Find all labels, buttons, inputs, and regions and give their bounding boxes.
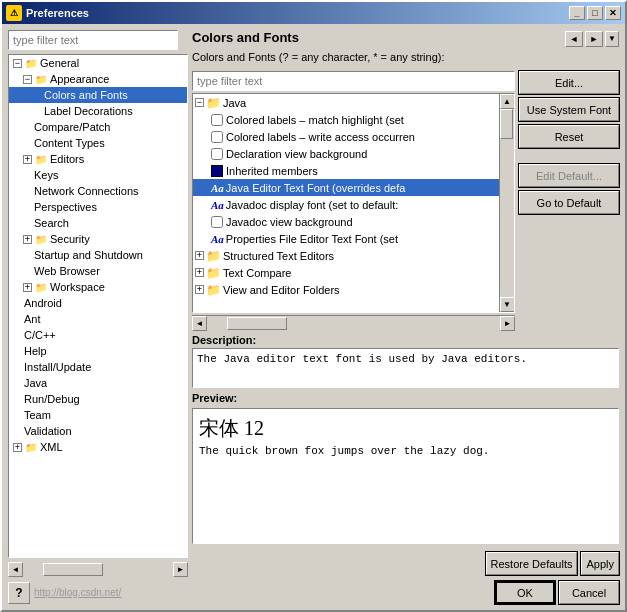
left-hscrollbar: ◄ ► bbox=[8, 562, 188, 575]
colors-item-declaration[interactable]: Declaration view background bbox=[193, 145, 499, 162]
sidebar-item-perspectives[interactable]: Perspectives bbox=[9, 199, 187, 215]
sidebar-item-search[interactable]: Search bbox=[9, 215, 187, 231]
expand-editors-icon[interactable]: + bbox=[23, 155, 32, 164]
bottom-toolbar: Restore Defaults Apply bbox=[192, 548, 619, 575]
maximize-button[interactable]: □ bbox=[587, 6, 603, 20]
colors-item-colored-write[interactable]: Colored labels – write access occurren bbox=[193, 128, 499, 145]
nav-dropdown-button[interactable]: ▼ bbox=[605, 31, 619, 47]
colored-match-checkbox[interactable] bbox=[211, 114, 223, 126]
sidebar-item-android[interactable]: Android bbox=[9, 295, 187, 311]
text-compare-folder-icon: 📁 bbox=[206, 266, 221, 280]
sidebar-item-web-browser[interactable]: Web Browser bbox=[9, 263, 187, 279]
nav-forward-button[interactable]: ► bbox=[585, 31, 603, 47]
expand-java-icon[interactable]: − bbox=[195, 98, 204, 107]
declaration-checkbox[interactable] bbox=[211, 148, 223, 160]
sidebar-item-general[interactable]: − 📁 General bbox=[9, 55, 187, 71]
cancel-button[interactable]: Cancel bbox=[559, 581, 619, 604]
folder-icon: 📁 bbox=[34, 72, 48, 86]
right-header: Colors and Fonts ◄ ► ▼ bbox=[192, 30, 619, 47]
expand-view-editor-icon[interactable]: + bbox=[195, 285, 204, 294]
colors-item-structured-text[interactable]: + 📁 Structured Text Editors bbox=[193, 247, 499, 264]
hscroll-thumb[interactable] bbox=[43, 563, 103, 576]
colors-item-colored-match[interactable]: Colored labels – match highlight (set bbox=[193, 111, 499, 128]
colors-item-text-compare[interactable]: + 📁 Text Compare bbox=[193, 264, 499, 281]
sidebar-item-run-debug[interactable]: Run/Debug bbox=[9, 391, 187, 407]
apply-button[interactable]: Apply bbox=[581, 552, 619, 575]
bottom-action-buttons: OK Cancel bbox=[495, 581, 619, 604]
restore-defaults-button[interactable]: Restore Defaults bbox=[486, 552, 578, 575]
sidebar-item-colors-fonts[interactable]: Colors and Fonts bbox=[9, 87, 187, 103]
expand-security-icon[interactable]: + bbox=[23, 235, 32, 244]
expand-xml-icon[interactable]: + bbox=[13, 443, 22, 452]
scroll-track bbox=[500, 109, 514, 297]
sidebar-item-startup-shutdown[interactable]: Startup and Shutdown bbox=[9, 247, 187, 263]
sidebar-item-security[interactable]: + 📁 Security bbox=[9, 231, 187, 247]
description-box: The Java editor text font is used by Jav… bbox=[192, 348, 619, 388]
sidebar-item-label: Startup and Shutdown bbox=[34, 249, 143, 261]
expand-structured-icon[interactable]: + bbox=[195, 251, 204, 260]
sidebar-item-label-decorations[interactable]: Label Decorations bbox=[9, 103, 187, 119]
colors-item-javadoc-display[interactable]: Aa Javadoc display font (set to default: bbox=[193, 196, 499, 213]
sidebar-item-appearance[interactable]: − 📁 Appearance bbox=[9, 71, 187, 87]
sidebar-item-label: Run/Debug bbox=[24, 393, 80, 405]
colors-tree-inner: − 📁 Java Colored labels – match highligh… bbox=[193, 94, 499, 312]
hscroll-right-btn[interactable]: ► bbox=[173, 562, 188, 577]
help-button[interactable]: ? bbox=[8, 582, 30, 604]
colors-filter-input[interactable] bbox=[192, 71, 515, 91]
right-action-buttons: Edit... Use System Font Reset Edit Defau… bbox=[519, 71, 619, 330]
expand-general-icon[interactable]: − bbox=[13, 59, 22, 68]
left-filter-input[interactable] bbox=[8, 30, 178, 50]
javadoc-view-checkbox[interactable] bbox=[211, 216, 223, 228]
go-to-default-button[interactable]: Go to Default bbox=[519, 191, 619, 214]
sidebar-item-editors[interactable]: + 📁 Editors bbox=[9, 151, 187, 167]
sidebar-item-keys[interactable]: Keys bbox=[9, 167, 187, 183]
colors-hscroll-track bbox=[207, 316, 500, 331]
sidebar-item-java[interactable]: Java bbox=[9, 375, 187, 391]
colors-hscroll-right-btn[interactable]: ► bbox=[500, 316, 515, 331]
sidebar-item-compare-patch[interactable]: Compare/Patch bbox=[9, 119, 187, 135]
sidebar-item-content-types[interactable]: Content Types bbox=[9, 135, 187, 151]
ok-button[interactable]: OK bbox=[495, 581, 555, 604]
sidebar-item-label: C/C++ bbox=[24, 329, 56, 341]
description-text: The Java editor text font is used by Jav… bbox=[197, 353, 527, 365]
expand-workspace-icon[interactable]: + bbox=[23, 283, 32, 292]
expand-appearance-icon[interactable]: − bbox=[23, 75, 32, 84]
colors-item-properties-file[interactable]: Aa Properties File Editor Text Font (set bbox=[193, 230, 499, 247]
sidebar-item-label: Search bbox=[34, 217, 69, 229]
colors-item-java[interactable]: − 📁 Java bbox=[193, 94, 499, 111]
minimize-button[interactable]: _ bbox=[569, 6, 585, 20]
nav-back-button[interactable]: ◄ bbox=[565, 31, 583, 47]
sidebar-item-workspace[interactable]: + 📁 Workspace bbox=[9, 279, 187, 295]
colors-item-javadoc-view[interactable]: Javadoc view background bbox=[193, 213, 499, 230]
sidebar-item-ant[interactable]: Ant bbox=[9, 311, 187, 327]
sidebar-item-label: Install/Update bbox=[24, 361, 91, 373]
colors-hscroll-thumb[interactable] bbox=[227, 317, 287, 330]
watermark-text: http://blog.csdn.net/ bbox=[34, 587, 121, 598]
scroll-down-btn[interactable]: ▼ bbox=[500, 297, 515, 312]
colors-hscroll-left-btn[interactable]: ◄ bbox=[192, 316, 207, 331]
edit-button[interactable]: Edit... bbox=[519, 71, 619, 94]
colored-write-checkbox[interactable] bbox=[211, 131, 223, 143]
expand-text-compare-icon[interactable]: + bbox=[195, 268, 204, 277]
reset-button[interactable]: Reset bbox=[519, 125, 619, 148]
sidebar-item-label: Keys bbox=[34, 169, 58, 181]
use-system-font-button[interactable]: Use System Font bbox=[519, 98, 619, 121]
scroll-thumb[interactable] bbox=[500, 109, 513, 139]
sidebar-item-cpp[interactable]: C/C++ bbox=[9, 327, 187, 343]
hscroll-left-btn[interactable]: ◄ bbox=[8, 562, 23, 577]
sidebar-item-help[interactable]: Help bbox=[9, 343, 187, 359]
sidebar-item-install-update[interactable]: Install/Update bbox=[9, 359, 187, 375]
sidebar-item-label: Ant bbox=[24, 313, 41, 325]
sidebar-item-validation[interactable]: Validation bbox=[9, 423, 187, 439]
sidebar-item-network-connections[interactable]: Network Connections bbox=[9, 183, 187, 199]
sidebar-item-xml[interactable]: + 📁 XML bbox=[9, 439, 187, 455]
sidebar-item-label: Appearance bbox=[50, 73, 109, 85]
colors-item-inherited[interactable]: Inherited members bbox=[193, 162, 499, 179]
colors-item-java-editor-font[interactable]: Aa Java Editor Text Font (overrides defa bbox=[193, 179, 499, 196]
edit-default-button[interactable]: Edit Default... bbox=[519, 164, 619, 187]
close-button[interactable]: ✕ bbox=[605, 6, 621, 20]
scroll-up-btn[interactable]: ▲ bbox=[500, 94, 515, 109]
colors-item-view-editor[interactable]: + 📁 View and Editor Folders bbox=[193, 281, 499, 298]
sidebar-item-team[interactable]: Team bbox=[9, 407, 187, 423]
preview-label: Preview: bbox=[192, 392, 619, 404]
